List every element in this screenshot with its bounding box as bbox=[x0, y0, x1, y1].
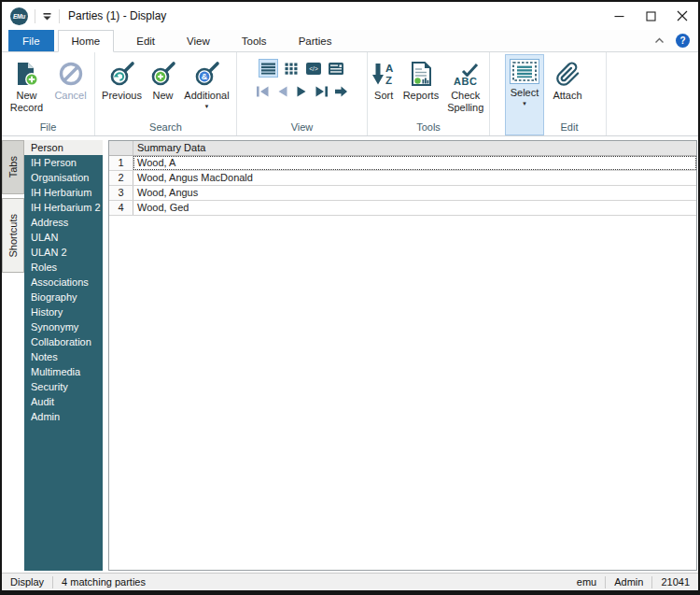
sidebar-item-associations[interactable]: Associations bbox=[24, 275, 103, 290]
sidebar-item-ih-person[interactable]: IH Person bbox=[24, 155, 103, 170]
sidetab-shortcuts[interactable]: Shortcuts bbox=[2, 198, 24, 273]
svg-text:</>: </> bbox=[309, 65, 318, 72]
form-view-button[interactable] bbox=[326, 59, 345, 78]
next-record-button[interactable] bbox=[293, 84, 311, 99]
tab-view[interactable]: View bbox=[174, 30, 223, 51]
sidebar-item-ih-herbarium-2[interactable]: IH Herbarium 2 bbox=[24, 200, 103, 215]
reports-label: Reports bbox=[403, 90, 440, 102]
new-record-icon bbox=[14, 58, 39, 90]
sidebar-item-synonymy[interactable]: Synonymy bbox=[24, 319, 103, 334]
tab-tools[interactable]: Tools bbox=[229, 30, 280, 51]
summary-cell[interactable]: Wood, Angus bbox=[133, 186, 696, 200]
view-group-buttons: </> bbox=[237, 52, 367, 121]
previous-search-label: Previous bbox=[102, 90, 142, 102]
summary-data-column-header[interactable]: Summary Data bbox=[133, 141, 696, 155]
previous-record-button[interactable] bbox=[273, 84, 291, 99]
app-logo-icon[interactable]: EMu bbox=[10, 7, 28, 25]
table-row[interactable]: 3 Wood, Angus bbox=[109, 186, 696, 201]
sidebar-item-ulan[interactable]: ULAN bbox=[24, 230, 103, 245]
chevron-up-icon bbox=[654, 37, 665, 44]
maximize-button[interactable] bbox=[635, 2, 666, 30]
minimize-button[interactable] bbox=[603, 2, 635, 30]
attach-label: Attach bbox=[553, 90, 581, 102]
new-record-label: New Record bbox=[6, 90, 49, 114]
svg-text:A: A bbox=[385, 63, 393, 74]
ribbon-group-view: </> bbox=[237, 52, 368, 135]
previous-search-button[interactable]: Previous bbox=[98, 54, 147, 103]
sidebar-item-admin[interactable]: Admin bbox=[24, 409, 103, 424]
sidebar-item-notes[interactable]: Notes bbox=[24, 349, 103, 364]
new-record-button[interactable]: New Record bbox=[5, 54, 49, 115]
first-record-button[interactable] bbox=[254, 84, 272, 99]
sidebar-item-multimedia[interactable]: Multimedia bbox=[24, 364, 103, 379]
minimize-icon bbox=[614, 11, 624, 21]
row-number: 2 bbox=[109, 171, 133, 185]
sidetab-tabs-label: Tabs bbox=[7, 156, 19, 177]
summary-cell[interactable]: Wood, A bbox=[133, 156, 696, 170]
additional-search-button[interactable]: & Additional ▼ bbox=[180, 54, 234, 111]
tools-group-buttons: A Z Sort bbox=[368, 52, 489, 121]
next-record-icon bbox=[296, 86, 308, 97]
close-icon bbox=[677, 10, 688, 21]
additional-search-label: Additional bbox=[184, 90, 229, 102]
sidebar-item-ulan-2[interactable]: ULAN 2 bbox=[24, 245, 103, 260]
sidebar-item-biography[interactable]: Biography bbox=[24, 290, 103, 305]
table-empty-area bbox=[109, 216, 696, 570]
code-view-button[interactable]: </> bbox=[303, 59, 323, 78]
tab-parties[interactable]: Parties bbox=[286, 30, 345, 51]
search-group-label: Search bbox=[95, 121, 236, 135]
summary-cell[interactable]: Wood, Angus MacDonald bbox=[133, 171, 696, 185]
ribbon-tab-bar: File Home Edit View Tools Parties ? bbox=[2, 30, 698, 52]
sidetab-shortcuts-label: Shortcuts bbox=[7, 214, 19, 257]
table-row[interactable]: 4 Wood, Ged bbox=[109, 201, 696, 216]
attach-button[interactable]: Attach bbox=[544, 54, 591, 103]
select-dropdown-caret-icon: ▼ bbox=[522, 101, 527, 107]
table-row[interactable]: 2 Wood, Angus MacDonald bbox=[109, 171, 696, 186]
tab-home[interactable]: Home bbox=[58, 30, 115, 52]
ribbon-group-search: Previous New bbox=[95, 52, 237, 135]
summary-cell[interactable]: Wood, Ged bbox=[133, 201, 696, 215]
last-record-icon bbox=[315, 86, 329, 97]
grid-view-button[interactable] bbox=[281, 59, 301, 78]
titlebar-separator bbox=[35, 9, 35, 23]
maximize-icon bbox=[646, 11, 656, 21]
sidebar-item-organisation[interactable]: Organisation bbox=[24, 170, 103, 185]
select-button[interactable]: Select ▼ bbox=[505, 54, 544, 135]
check-spelling-button[interactable]: ABC Check Spelling bbox=[441, 54, 489, 115]
select-icon bbox=[512, 62, 537, 81]
titlebar-separator bbox=[59, 9, 60, 23]
sidebar-item-security[interactable]: Security bbox=[24, 379, 103, 394]
file-group-label: File bbox=[2, 121, 94, 135]
sidebar-item-person[interactable]: Person bbox=[24, 140, 103, 155]
cancel-button[interactable]: Cancel bbox=[49, 54, 92, 103]
close-button[interactable] bbox=[666, 2, 698, 30]
goto-record-button[interactable] bbox=[332, 84, 350, 99]
cancel-label: Cancel bbox=[54, 90, 86, 102]
table-row[interactable]: 1 Wood, A bbox=[109, 156, 696, 171]
attach-icon bbox=[555, 58, 581, 90]
last-record-button[interactable] bbox=[313, 84, 330, 99]
status-database: emu bbox=[568, 576, 605, 588]
sidebar-item-audit[interactable]: Audit bbox=[24, 394, 103, 409]
list-view-button[interactable] bbox=[259, 59, 278, 78]
sidebar-item-address[interactable]: Address bbox=[24, 215, 103, 230]
sidebar-item-roles[interactable]: Roles bbox=[24, 260, 103, 275]
help-button[interactable]: ? bbox=[676, 34, 690, 48]
sidebar-item-collaboration[interactable]: Collaboration bbox=[24, 334, 103, 349]
sidebar-item-ih-herbarium[interactable]: IH Herbarium bbox=[24, 185, 103, 200]
svg-text:Z: Z bbox=[385, 75, 392, 86]
check-spelling-label: Check Spelling bbox=[442, 90, 488, 114]
sidebar-item-history[interactable]: History bbox=[24, 305, 103, 319]
status-mode: Display bbox=[2, 576, 52, 588]
tab-file[interactable]: File bbox=[8, 30, 54, 51]
collapse-ribbon-button[interactable] bbox=[654, 30, 665, 51]
sidetab-tabs[interactable]: Tabs bbox=[2, 140, 24, 194]
sort-button[interactable]: A Z Sort bbox=[368, 54, 399, 103]
ribbon-empty-area bbox=[607, 52, 698, 135]
reports-button[interactable]: Reports bbox=[399, 54, 441, 103]
tab-edit[interactable]: Edit bbox=[123, 30, 168, 51]
quick-access-dropdown-button[interactable] bbox=[42, 12, 52, 21]
new-search-button[interactable]: New bbox=[147, 54, 180, 103]
status-match-count: 4 matching parties bbox=[53, 576, 154, 588]
tab-bar-spacer bbox=[344, 30, 654, 51]
